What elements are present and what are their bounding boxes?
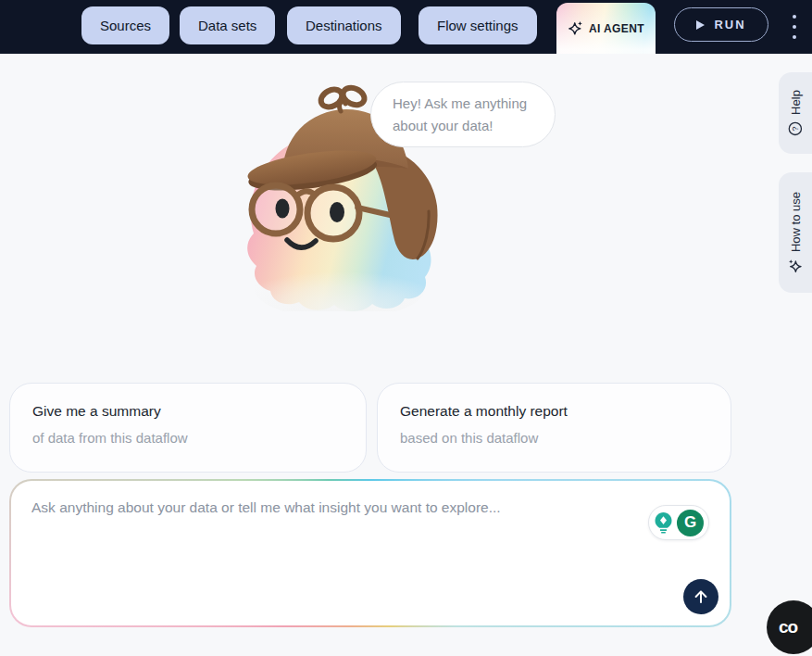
- play-icon: [696, 20, 705, 30]
- svg-text:?: ?: [791, 126, 800, 131]
- run-button[interactable]: RUN: [674, 7, 768, 42]
- suggestion-title: Generate a monthly report: [400, 403, 708, 420]
- kebab-menu-icon[interactable]: [789, 15, 800, 39]
- nav-button-data-sets[interactable]: Data sets: [180, 6, 275, 44]
- speech-bubble-line-2: about your data!: [393, 115, 555, 136]
- side-tab-how-to-use[interactable]: How to use: [779, 172, 812, 293]
- sparkle-icon: [568, 20, 583, 36]
- nav-button-flow-settings[interactable]: Flow settings: [418, 6, 537, 44]
- grammarly-logo: G: [677, 510, 704, 536]
- suggestion-card-monthly-report[interactable]: Generate a monthly report based on this …: [377, 383, 731, 473]
- grammarly-widget[interactable]: G: [648, 505, 709, 540]
- arrow-up-icon: [693, 588, 709, 605]
- ai-agent-screen: Sources Data sets Destinations Flow sett…: [0, 0, 812, 656]
- side-tab-how-to-use-label: How to use: [789, 192, 803, 252]
- suggestion-bulb-icon: [654, 511, 673, 535]
- chat-composer: G: [9, 479, 731, 627]
- nav-button-destinations[interactable]: Destinations: [287, 6, 401, 44]
- suggestion-subtitle: of data from this dataflow: [32, 430, 344, 446]
- sparkle-icon: [788, 259, 803, 273]
- top-navigation-bar: Sources Data sets Destinations Flow sett…: [0, 0, 812, 54]
- chat-input[interactable]: [11, 481, 730, 625]
- co-logo: co: [779, 617, 797, 637]
- tab-ai-agent[interactable]: AI AGENT: [556, 3, 656, 54]
- help-circle-icon: ?: [788, 121, 803, 136]
- co-extension-badge[interactable]: co: [767, 600, 812, 654]
- suggestion-subtitle: based on this dataflow: [400, 430, 708, 446]
- suggestion-card-summary[interactable]: Give me a summary of data from this data…: [9, 383, 367, 473]
- speech-bubble-line-1: Hey! Ask me anything: [393, 93, 555, 114]
- side-tab-help[interactable]: ? Help: [779, 72, 812, 154]
- run-button-label: RUN: [714, 18, 745, 32]
- nav-button-sources[interactable]: Sources: [81, 6, 169, 44]
- side-tab-help-label: Help: [789, 90, 803, 115]
- send-button[interactable]: [683, 579, 718, 614]
- suggestion-title: Give me a summary: [32, 403, 344, 420]
- mascot-speech-bubble: Hey! Ask me anything about your data!: [370, 82, 556, 147]
- tab-ai-agent-label: AI AGENT: [589, 22, 644, 35]
